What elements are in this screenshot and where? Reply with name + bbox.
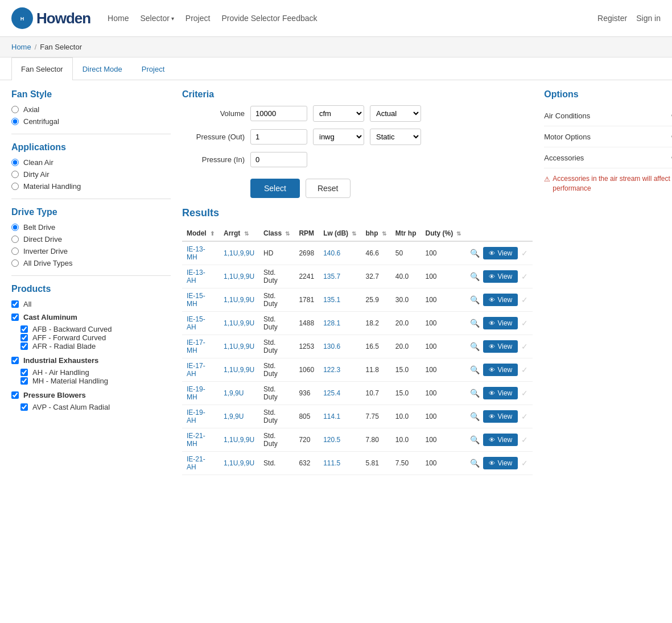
magnify-icon-5[interactable]: 🔍 — [470, 365, 480, 374]
app-material-handling[interactable]: Material Handling — [11, 182, 171, 191]
arrgt-link-6[interactable]: 1,9,9U — [224, 389, 244, 397]
product-aff[interactable]: AFF - Forward Curved — [20, 333, 168, 342]
model-link-3[interactable]: IE-15-AH — [187, 315, 205, 331]
fan-style-centrifugal-radio[interactable] — [11, 118, 19, 125]
volume-mode-select[interactable]: Actual Standard — [370, 105, 421, 122]
app-dirty-air-radio[interactable] — [11, 171, 19, 178]
col-lw[interactable]: Lw (dB) ⇅ — [319, 226, 361, 241]
product-mh-checkbox[interactable] — [20, 377, 28, 385]
group-industrial-checkbox[interactable] — [11, 357, 19, 364]
view-button-4[interactable]: 👁 View — [483, 340, 518, 353]
group-pressure-checkbox[interactable] — [11, 391, 19, 399]
magnify-icon-9[interactable]: 🔍 — [470, 459, 480, 468]
magnify-icon-7[interactable]: 🔍 — [470, 412, 480, 421]
model-link-0[interactable]: IE-13-MH — [187, 245, 205, 261]
product-afr[interactable]: AFR - Radial Blade — [20, 342, 168, 350]
col-model[interactable]: Model ⬆ — [182, 226, 219, 241]
view-button-3[interactable]: 👁 View — [483, 317, 518, 329]
view-button-7[interactable]: 👁 View — [483, 410, 518, 423]
col-arrgt[interactable]: Arrgt ⇅ — [219, 226, 259, 241]
model-link-4[interactable]: IE-17-MH — [187, 339, 205, 354]
group-pressure-label[interactable]: Pressure Blowers — [11, 391, 168, 399]
pressure-out-unit-select[interactable]: inwg Pa kPa — [313, 129, 364, 145]
drive-belt[interactable]: Belt Drive — [11, 223, 171, 232]
group-industrial-label[interactable]: Industrial Exhausters — [11, 356, 168, 365]
app-clean-air-radio[interactable] — [11, 159, 19, 166]
model-link-2[interactable]: IE-15-MH — [187, 292, 205, 308]
col-duty[interactable]: Duty (%) ⇅ — [420, 226, 465, 241]
drive-inverter-radio[interactable] — [11, 247, 19, 255]
breadcrumb-home[interactable]: Home — [11, 43, 31, 51]
product-mh[interactable]: MH - Material Handling — [20, 377, 168, 385]
view-button-5[interactable]: 👁 View — [483, 364, 518, 376]
view-button-0[interactable]: 👁 View — [483, 247, 518, 259]
model-link-9[interactable]: IE-21-AH — [187, 455, 205, 471]
product-aff-checkbox[interactable] — [20, 334, 28, 341]
view-button-9[interactable]: 👁 View — [483, 457, 518, 469]
nav-home[interactable]: Home — [108, 14, 129, 23]
view-button-8[interactable]: 👁 View — [483, 434, 518, 446]
view-button-6[interactable]: 👁 View — [483, 387, 518, 399]
tab-direct-mode[interactable]: Direct Mode — [73, 57, 132, 80]
app-material-handling-radio[interactable] — [11, 183, 19, 190]
drive-belt-radio[interactable] — [11, 224, 19, 231]
nav-project[interactable]: Project — [185, 14, 211, 23]
volume-unit-select[interactable]: cfm m3/h m3/min — [313, 105, 364, 122]
product-avp[interactable]: AVP - Cast Alum Radial — [20, 403, 168, 411]
model-link-5[interactable]: IE-17-AH — [187, 362, 205, 378]
arrgt-link-3[interactable]: 1,1U,9,9U — [224, 319, 254, 327]
products-all-checkbox[interactable] — [11, 300, 19, 308]
product-afr-checkbox[interactable] — [20, 343, 28, 350]
magnify-icon-3[interactable]: 🔍 — [470, 319, 480, 328]
product-afb-checkbox[interactable] — [20, 325, 28, 333]
model-link-8[interactable]: IE-21-MH — [187, 432, 205, 448]
tab-project[interactable]: Project — [132, 57, 174, 80]
arrgt-link-2[interactable]: 1,1U,9,9U — [224, 296, 254, 304]
select-button[interactable]: Select — [250, 179, 300, 198]
option-motor-options-edit[interactable]: ✏ — [669, 131, 672, 142]
view-button-2[interactable]: 👁 View — [483, 294, 518, 306]
col-mtr-hp[interactable]: Mtr hp — [391, 226, 421, 241]
app-clean-air[interactable]: Clean Air — [11, 158, 171, 167]
magnify-icon-8[interactable]: 🔍 — [470, 435, 480, 444]
tab-fan-selector[interactable]: Fan Selector — [11, 57, 73, 80]
magnify-icon-0[interactable]: 🔍 — [470, 249, 480, 258]
arrgt-link-1[interactable]: 1,1U,9,9U — [224, 273, 254, 280]
drive-all[interactable]: All Drive Types — [11, 259, 171, 267]
nav-signin[interactable]: Sign in — [636, 14, 661, 23]
reset-button[interactable]: Reset — [306, 179, 351, 198]
volume-input[interactable] — [250, 106, 307, 121]
view-button-1[interactable]: 👁 View — [483, 270, 518, 283]
arrgt-link-4[interactable]: 1,1U,9,9U — [224, 343, 254, 350]
arrgt-link-5[interactable]: 1,1U,9,9U — [224, 366, 254, 374]
drive-inverter[interactable]: Inverter Drive — [11, 247, 171, 255]
product-ah-checkbox[interactable] — [20, 369, 28, 376]
col-class[interactable]: Class ⇅ — [259, 226, 294, 241]
option-air-conditions-edit[interactable]: ✏ — [669, 110, 672, 121]
fan-style-axial-radio[interactable] — [11, 106, 19, 113]
model-link-7[interactable]: IE-19-AH — [187, 409, 205, 424]
nav-selector[interactable]: Selector ▾ — [140, 14, 174, 23]
arrgt-link-7[interactable]: 1,9,9U — [224, 412, 244, 420]
magnify-icon-1[interactable]: 🔍 — [470, 272, 480, 281]
magnify-icon-2[interactable]: 🔍 — [470, 295, 480, 304]
group-cast-aluminum-checkbox[interactable] — [11, 313, 19, 321]
product-ah[interactable]: AH - Air Handling — [20, 368, 168, 377]
arrgt-link-0[interactable]: 1,1U,9,9U — [224, 249, 254, 257]
drive-all-radio[interactable] — [11, 259, 19, 267]
col-rpm[interactable]: RPM — [294, 226, 319, 241]
pressure-in-input[interactable] — [250, 152, 307, 167]
arrgt-link-8[interactable]: 1,1U,9,9U — [224, 436, 254, 444]
model-link-6[interactable]: IE-19-MH — [187, 385, 205, 401]
product-afb[interactable]: AFB - Backward Curved — [20, 325, 168, 333]
option-accessories-edit[interactable]: ✏ — [669, 152, 672, 163]
fan-style-axial[interactable]: Axial — [11, 105, 171, 114]
nav-feedback[interactable]: Provide Selector Feedback — [221, 14, 317, 23]
app-dirty-air[interactable]: Dirty Air — [11, 170, 171, 179]
products-scroll[interactable]: All Cast Aluminum AFB - Backward Curved — [11, 300, 171, 411]
magnify-icon-4[interactable]: 🔍 — [470, 342, 480, 351]
products-all[interactable]: All — [11, 300, 168, 308]
product-avp-checkbox[interactable] — [20, 403, 28, 411]
arrgt-link-9[interactable]: 1,1U,9,9U — [224, 459, 254, 467]
drive-direct[interactable]: Direct Drive — [11, 235, 171, 244]
